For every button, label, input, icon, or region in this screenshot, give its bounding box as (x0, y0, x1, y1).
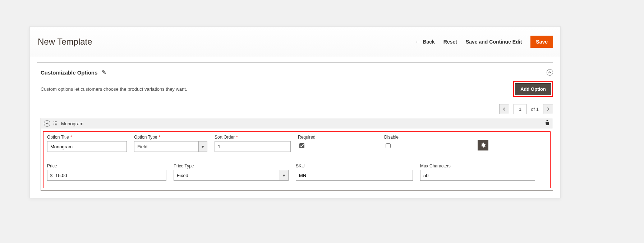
sort-order-label-text: Sort Order (215, 135, 235, 140)
option-title-input[interactable] (47, 141, 127, 152)
save-button[interactable]: Save (530, 36, 553, 48)
required-field: Required (298, 135, 377, 149)
pencil-icon[interactable]: ✎ (102, 69, 106, 76)
collapse-section-icon[interactable] (547, 69, 553, 76)
disable-field: Disable (384, 135, 470, 149)
page-of-label: of 1 (531, 107, 539, 112)
option-title-label: Option Title * (47, 135, 127, 140)
header-strip: New Template ← Back Reset Save and Conti… (30, 27, 560, 57)
page-input[interactable] (514, 104, 526, 114)
prev-page-button[interactable] (499, 104, 509, 114)
sort-order-field: Sort Order * (215, 135, 291, 152)
back-button[interactable]: ← Back (415, 39, 434, 45)
max-chars-label: Max Characters (420, 163, 535, 168)
required-label: Required (298, 135, 377, 140)
sku-input[interactable] (296, 170, 413, 181)
price-label: Price (47, 163, 166, 168)
option-panel-header: Monogram (41, 118, 553, 129)
option-name: Monogram (60, 121, 83, 126)
option-title-field: Option Title * (47, 135, 127, 152)
price-type-value: Fixed (174, 170, 280, 181)
required-checkbox[interactable] (299, 143, 304, 148)
option-row-2: Price $ Price Type Fixed ▾ SKU (45, 161, 549, 182)
max-chars-field: Max Characters (420, 163, 535, 181)
settings-actions (478, 135, 547, 150)
caret-down-icon[interactable]: ▾ (199, 141, 207, 152)
option-fields-highlight: Option Title * Option Type * Field ▾ (43, 131, 551, 188)
currency-symbol: $ (50, 170, 52, 181)
required-asterisk-icon: * (236, 135, 238, 140)
gear-icon[interactable] (478, 140, 488, 150)
sort-order-input[interactable] (215, 141, 291, 152)
next-page-button[interactable] (543, 104, 553, 114)
save-continue-button[interactable]: Save and Continue Edit (466, 39, 522, 45)
pager-row: of 1 (30, 103, 560, 118)
required-asterisk-icon: * (70, 135, 72, 140)
add-option-highlight: Add Option (513, 81, 553, 97)
main-card: New Template ← Back Reset Save and Conti… (29, 26, 561, 198)
disable-label: Disable (384, 135, 470, 140)
option-type-label: Option Type * (134, 135, 207, 140)
option-type-value: Field (134, 141, 199, 152)
add-option-button[interactable]: Add Option (515, 83, 551, 95)
trash-icon[interactable] (545, 120, 550, 127)
caret-down-icon[interactable]: ▾ (280, 170, 289, 181)
price-type-label: Price Type (174, 163, 289, 168)
collapse-option-icon[interactable] (44, 120, 50, 127)
sort-order-label: Sort Order * (215, 135, 291, 140)
section-description: Custom options let customers choose the … (41, 86, 187, 92)
back-label: Back (423, 39, 434, 45)
header-actions: ← Back Reset Save and Continue Edit Save (415, 36, 553, 48)
price-type-select[interactable]: Fixed ▾ (174, 170, 289, 181)
reset-button[interactable]: Reset (443, 39, 457, 45)
option-title-label-text: Option Title (47, 135, 69, 140)
option-panel: Monogram Option Title * Option Type (41, 118, 553, 191)
sku-field: SKU (296, 163, 413, 181)
disable-checkbox[interactable] (386, 143, 391, 148)
drag-handle-icon[interactable] (53, 121, 57, 126)
option-type-select[interactable]: Field ▾ (134, 141, 207, 152)
section-title-row: Customizable Options ✎ (30, 63, 560, 79)
price-input[interactable] (47, 170, 166, 181)
page-title: New Template (37, 37, 92, 47)
price-type-field: Price Type Fixed ▾ (174, 163, 289, 181)
section-title: Customizable Options ✎ (41, 69, 106, 76)
description-row: Custom options let customers choose the … (30, 79, 560, 103)
sku-label: SKU (296, 163, 413, 168)
price-field: Price $ (47, 163, 166, 181)
option-type-field: Option Type * Field ▾ (134, 135, 207, 152)
option-row-1: Option Title * Option Type * Field ▾ (45, 132, 549, 153)
required-asterisk-icon: * (159, 135, 161, 140)
option-type-label-text: Option Type (134, 135, 157, 140)
max-chars-input[interactable] (420, 170, 535, 181)
arrow-left-icon: ← (415, 39, 420, 45)
section-title-text: Customizable Options (41, 69, 97, 76)
